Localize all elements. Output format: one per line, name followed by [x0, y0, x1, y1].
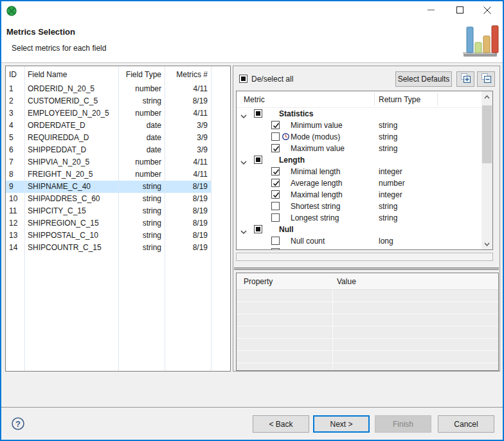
field-cell: 8/19 — [165, 230, 211, 242]
close-button[interactable] — [474, 1, 500, 21]
field-row[interactable]: 11SHIPCITY_C_15string8/19 — [6, 205, 230, 217]
tree-item-row[interactable]: Minimum valuestring — [237, 120, 482, 131]
item-checkbox[interactable] — [271, 179, 280, 187]
select-defaults-button[interactable]: Select Defaults — [395, 71, 452, 87]
item-label: Average length — [291, 177, 343, 189]
cloverdx-logo-icon — [6, 6, 17, 18]
tree-item-row[interactable]: Mode (modus)string — [237, 131, 482, 143]
field-rows: 1ORDERID_N_20_5number4/112CUSTOMERID_C_5… — [6, 83, 230, 254]
field-cell: string — [118, 205, 165, 217]
banner: Metrics Selection Select metrics for eac… — [1, 21, 503, 63]
field-row[interactable]: 7SHIPVIA_N_20_5number4/11 — [6, 156, 230, 168]
field-cell — [211, 242, 230, 254]
field-cell: date — [118, 132, 165, 144]
help-button[interactable]: ? — [11, 417, 25, 431]
field-row[interactable]: 6SHIPPEDDAT_Ddate3/9 — [6, 144, 230, 156]
splitter-sash[interactable] — [234, 267, 499, 270]
item-checkbox[interactable] — [271, 248, 280, 249]
titlebar — [1, 1, 503, 21]
field-row[interactable]: 2CUSTOMERID_C_5string8/19 — [6, 95, 230, 107]
column-divider — [437, 93, 438, 105]
field-row[interactable]: 3EMPLOYEEID_N_20_5number4/11 — [6, 107, 230, 120]
tree-scrollbar[interactable] — [482, 91, 492, 249]
field-row[interactable]: 14SHIPCOUNTR_C_15string8/19 — [6, 242, 230, 254]
tree-item-row[interactable]: Maximum valuestring — [237, 143, 482, 154]
item-label: Maximum value — [291, 143, 345, 154]
deselect-all-checkbox[interactable] — [239, 75, 248, 83]
svg-text:?: ? — [15, 419, 21, 429]
item-label: Maximal length — [291, 189, 343, 201]
tree-item-row[interactable]: Shortest stringstring — [237, 201, 482, 212]
field-row[interactable]: 13SHIPPOSTAL_C_10string8/19 — [6, 230, 230, 242]
field-cell: 12 — [6, 217, 24, 230]
field-cell: SHIPPOSTAL_C_10 — [24, 230, 118, 242]
property-row[interactable] — [237, 351, 498, 363]
property-row[interactable] — [237, 290, 498, 302]
item-checkbox[interactable] — [271, 237, 280, 245]
field-row[interactable]: 1ORDERID_N_20_5number4/11 — [6, 83, 230, 95]
field-cell: 3/9 — [165, 132, 211, 144]
field-cell: 4/11 — [165, 156, 211, 168]
minimize-button[interactable] — [418, 1, 444, 21]
field-cell: SHIPNAME_C_40 — [24, 181, 118, 193]
tree-item-row[interactable]: Longest stringstring — [237, 212, 482, 224]
property-row[interactable] — [237, 314, 498, 327]
property-row[interactable] — [237, 327, 498, 339]
group-checkbox[interactable] — [254, 156, 262, 164]
tree-horizontal-scrollbar[interactable] — [236, 253, 493, 261]
footer: ? < Back Next > Finish Cancel — [1, 408, 503, 440]
field-cell: 8/19 — [165, 193, 211, 205]
back-button[interactable]: < Back — [253, 415, 309, 433]
field-row[interactable]: 8FREIGHT_N_20_5number4/11 — [6, 168, 230, 181]
item-return-type: long — [379, 235, 393, 247]
expand-all-button[interactable] — [456, 71, 474, 87]
cancel-button[interactable]: Cancel — [438, 415, 494, 433]
expand-all-icon — [460, 73, 471, 86]
field-cell: SHIPADDRES_C_60 — [24, 193, 118, 205]
column-divider — [374, 93, 375, 105]
item-checkbox[interactable] — [271, 213, 280, 222]
property-rows — [237, 290, 498, 363]
tree-item-row[interactable]: Null countlong — [237, 235, 482, 247]
field-row[interactable]: 10SHIPADDRES_C_60string8/19 — [6, 193, 230, 205]
tree-item-row[interactable]: Maximal lengthinteger — [237, 189, 482, 201]
scroll-down-button[interactable] — [482, 239, 492, 249]
scroll-up-button[interactable] — [482, 91, 492, 102]
scroll-thumb[interactable] — [482, 105, 492, 163]
field-cell: CUSTOMERID_C_5 — [24, 95, 118, 107]
field-cell — [211, 205, 230, 217]
field-row[interactable]: 12SHIPREGION_C_15string8/19 — [6, 217, 230, 230]
item-label: Longest string — [291, 212, 339, 224]
field-row[interactable]: 9SHIPNAME_C_40string8/19 — [6, 181, 230, 193]
tree-item-row[interactable]: Average lengthnumber — [237, 177, 482, 189]
tree-group-row[interactable]: Length — [237, 154, 482, 166]
field-cell: 13 — [6, 230, 24, 242]
tree-group-row[interactable]: Statistics — [237, 108, 482, 120]
collapse-all-icon — [481, 73, 492, 86]
item-checkbox[interactable] — [271, 132, 280, 141]
item-checkbox[interactable] — [271, 144, 280, 152]
field-cell: 11 — [6, 205, 24, 217]
clock-icon — [282, 132, 290, 143]
tree-item-row[interactable]: Minimal lengthinteger — [237, 166, 482, 177]
finish-button[interactable]: Finish — [375, 415, 431, 433]
next-button[interactable]: Next > — [313, 415, 370, 433]
field-cell: string — [118, 217, 165, 230]
property-row[interactable] — [237, 302, 498, 314]
group-checkbox[interactable] — [254, 109, 262, 118]
field-row[interactable]: 5REQUIREDDA_Ddate3/9 — [6, 132, 230, 144]
item-checkbox[interactable] — [271, 202, 280, 210]
item-checkbox[interactable] — [271, 167, 280, 176]
maximize-icon — [456, 6, 464, 15]
collapse-all-button[interactable] — [477, 71, 495, 87]
deselect-all-label[interactable]: De/select all — [251, 75, 293, 84]
maximize-button[interactable] — [447, 1, 473, 21]
property-row[interactable] — [237, 339, 498, 351]
field-cell: SHIPCITY_C_15 — [24, 205, 118, 217]
field-row[interactable]: 4ORDERDATE_Ddate3/9 — [6, 120, 230, 132]
tree-group-row[interactable]: Null — [237, 224, 482, 235]
field-cell — [211, 181, 230, 193]
item-checkbox[interactable] — [271, 121, 280, 129]
item-checkbox[interactable] — [271, 190, 280, 199]
group-checkbox[interactable] — [254, 225, 262, 233]
